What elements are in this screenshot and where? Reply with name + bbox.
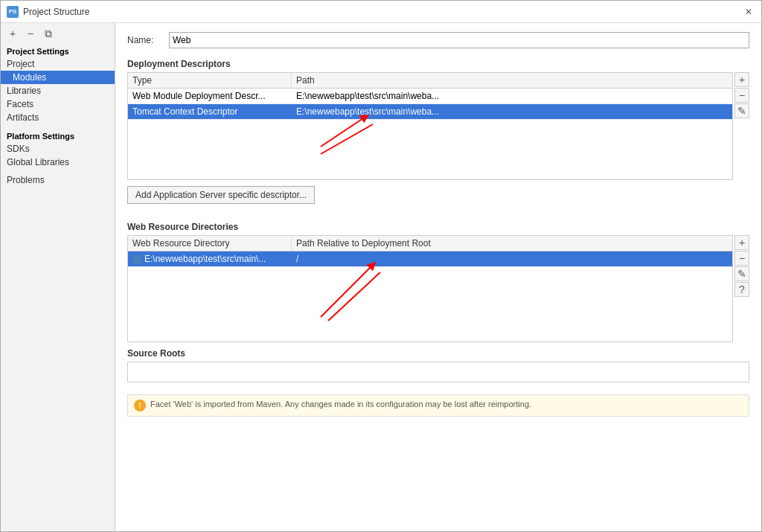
wrd-dir-text: E:\newwebapp\test\src\main\...: [144, 254, 266, 264]
sidebar-item-problems[interactable]: Problems: [1, 173, 115, 187]
modules-label: Modules: [13, 72, 46, 83]
col-path-header: Path: [292, 73, 732, 88]
sidebar-item-global-libraries[interactable]: Global Libraries: [1, 156, 115, 169]
sidebar-item-libraries[interactable]: Libraries: [1, 84, 115, 97]
facets-label: Facets: [7, 99, 33, 109]
name-row: Name:: [127, 32, 749, 48]
sidebar-toolbar: + − ⧉: [1, 23, 115, 44]
sidebar-item-modules[interactable]: Modules: [1, 71, 115, 84]
deployment-descriptors-header: Type Path: [128, 73, 732, 89]
wrd-dir-1: E:\newwebapp\test\src\main\...: [128, 251, 292, 266]
wrd-help-button[interactable]: ?: [734, 282, 749, 297]
sidebar-item-artifacts[interactable]: Artifacts: [1, 111, 115, 124]
project-settings-label: Project Settings: [1, 44, 115, 57]
window-controls: ✕: [742, 5, 755, 19]
sidebar: + − ⧉ Project Settings Project Modules L…: [1, 23, 115, 531]
sidebar-item-project[interactable]: Project: [1, 57, 115, 71]
wrd-empty-space: [128, 267, 732, 342]
dd-type-1: Web Module Deployment Descr...: [128, 89, 292, 103]
dd-path-2: E:\newwebapp\test\src\main\weba...: [292, 104, 732, 119]
dd-path-1: E:\newwebapp\test\src\main\weba...: [292, 89, 732, 103]
wrd-relpath-1: /: [292, 251, 732, 266]
dd-type-2: Tomcat Context Descriptor: [128, 104, 292, 119]
add-button[interactable]: +: [5, 26, 20, 41]
app-icon: PS: [7, 6, 19, 18]
warning-icon: !: [134, 400, 146, 411]
deployment-descriptor-row-2[interactable]: Tomcat Context Descriptor E:\newwebapp\t…: [128, 104, 732, 120]
wrd-edit-button[interactable]: ✎: [734, 266, 749, 281]
right-panel: Name: Deployment Descriptors Type Path W…: [115, 23, 761, 531]
project-structure-window: PS Project Structure ✕ + − ⧉ Project Set…: [0, 0, 762, 532]
col-relpath-header: Path Relative to Deployment Root: [292, 236, 732, 251]
dd-edit-button[interactable]: ✎: [734, 103, 749, 118]
main-content: + − ⧉ Project Settings Project Modules L…: [1, 23, 761, 531]
dir-icon: [132, 254, 141, 263]
wrd-row-1[interactable]: E:\newwebapp\test\src\main\... /: [128, 251, 732, 267]
dd-remove-button[interactable]: −: [734, 88, 749, 103]
wrd-remove-button[interactable]: −: [734, 251, 749, 266]
sidebar-item-sdks[interactable]: SDKs: [1, 142, 115, 156]
col-wrd-header: Web Resource Directory: [128, 236, 292, 251]
name-input[interactable]: [169, 32, 749, 48]
window-title: Project Structure: [23, 7, 742, 17]
deployment-descriptors-table: Type Path Web Module Deployment Descr...…: [127, 72, 733, 180]
warning-text: Facet 'Web' is imported from Maven. Any …: [150, 400, 531, 408]
wrd-header: Web Resource Directory Path Relative to …: [128, 236, 732, 251]
libraries-label: Libraries: [7, 86, 41, 96]
dd-empty-space: [128, 120, 732, 179]
sidebar-scroll: Project Settings Project Modules Librari…: [1, 44, 115, 531]
add-descriptor-button[interactable]: Add Application Server specific descript…: [127, 186, 315, 204]
artifacts-label: Artifacts: [7, 112, 39, 123]
title-bar: PS Project Structure ✕: [1, 1, 761, 23]
copy-button[interactable]: ⧉: [41, 26, 56, 41]
platform-settings-label: Platform Settings: [1, 129, 115, 142]
global-libraries-label: Global Libraries: [7, 157, 69, 167]
web-resource-directories-title: Web Resource Directories: [127, 222, 749, 232]
deployment-descriptors-title: Deployment Descriptors: [127, 59, 749, 69]
wrd-add-button[interactable]: +: [734, 235, 749, 250]
sdks-label: SDKs: [7, 144, 30, 154]
wrd-table: Web Resource Directory Path Relative to …: [127, 235, 733, 342]
source-roots-title: Source Roots: [127, 348, 749, 359]
problems-label: Problems: [7, 175, 45, 185]
name-label: Name:: [127, 35, 164, 45]
col-type-header: Type: [128, 73, 292, 88]
dd-add-button[interactable]: +: [734, 72, 749, 87]
remove-button[interactable]: −: [23, 26, 38, 41]
warning-bar: ! Facet 'Web' is imported from Maven. An…: [127, 394, 749, 417]
source-roots-area: [127, 362, 749, 382]
deployment-descriptor-row-1[interactable]: Web Module Deployment Descr... E:\newweb…: [128, 89, 732, 104]
close-button[interactable]: ✕: [742, 5, 755, 19]
dd-action-buttons: + − ✎: [734, 72, 749, 180]
wrd-action-buttons: + − ✎ ?: [734, 235, 749, 342]
project-label: Project: [7, 59, 34, 69]
sidebar-item-facets[interactable]: Facets: [1, 97, 115, 111]
